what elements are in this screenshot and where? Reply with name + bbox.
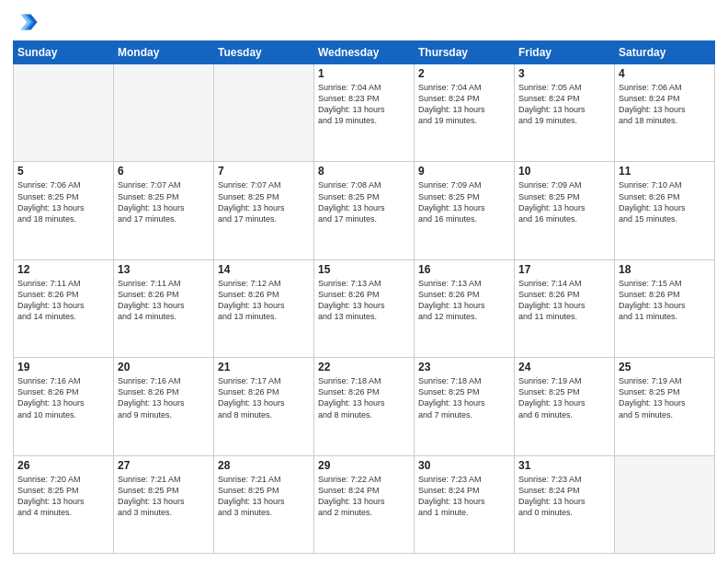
calendar-cell: 11Sunrise: 7:10 AM Sunset: 8:26 PM Dayli…: [615, 162, 715, 259]
calendar-table: SundayMondayTuesdayWednesdayThursdayFrid…: [13, 40, 715, 554]
day-info: Sunrise: 7:19 AM Sunset: 8:25 PM Dayligh…: [518, 375, 610, 420]
calendar-cell: 17Sunrise: 7:14 AM Sunset: 8:26 PM Dayli…: [515, 259, 615, 357]
column-header-wednesday: Wednesday: [314, 41, 415, 64]
calendar-cell: 23Sunrise: 7:18 AM Sunset: 8:25 PM Dayli…: [415, 358, 515, 455]
day-info: Sunrise: 7:18 AM Sunset: 8:26 PM Dayligh…: [318, 375, 410, 420]
calendar-cell: 28Sunrise: 7:21 AM Sunset: 8:25 PM Dayli…: [214, 455, 314, 553]
column-header-thursday: Thursday: [415, 41, 515, 64]
day-number: 31: [518, 459, 610, 472]
day-number: 10: [518, 165, 610, 178]
day-number: 20: [118, 361, 210, 373]
calendar-cell: 14Sunrise: 7:12 AM Sunset: 8:26 PM Dayli…: [214, 259, 314, 357]
calendar-cell: 10Sunrise: 7:09 AM Sunset: 8:25 PM Dayli…: [515, 162, 615, 259]
day-number: 7: [218, 165, 310, 178]
day-info: Sunrise: 7:21 AM Sunset: 8:25 PM Dayligh…: [218, 474, 310, 519]
day-number: 1: [318, 67, 410, 80]
calendar-cell: 27Sunrise: 7:21 AM Sunset: 8:25 PM Dayli…: [114, 455, 214, 553]
day-info: Sunrise: 7:14 AM Sunset: 8:26 PM Dayligh…: [518, 278, 610, 323]
day-number: 6: [118, 165, 210, 178]
day-info: Sunrise: 7:23 AM Sunset: 8:24 PM Dayligh…: [418, 474, 510, 519]
day-info: Sunrise: 7:11 AM Sunset: 8:26 PM Dayligh…: [118, 278, 210, 323]
column-header-tuesday: Tuesday: [214, 41, 314, 64]
day-number: 28: [218, 459, 310, 472]
day-number: 12: [17, 263, 109, 276]
calendar-cell: 7Sunrise: 7:07 AM Sunset: 8:25 PM Daylig…: [214, 162, 314, 259]
day-number: 22: [318, 361, 410, 373]
calendar-week-4: 19Sunrise: 7:16 AM Sunset: 8:26 PM Dayli…: [14, 358, 715, 455]
day-number: 3: [518, 67, 610, 80]
day-info: Sunrise: 7:06 AM Sunset: 8:24 PM Dayligh…: [619, 82, 711, 127]
calendar-cell: 13Sunrise: 7:11 AM Sunset: 8:26 PM Dayli…: [114, 259, 214, 357]
day-number: 23: [418, 361, 510, 373]
calendar-cell: 1Sunrise: 7:04 AM Sunset: 8:23 PM Daylig…: [314, 64, 415, 162]
calendar-cell: 3Sunrise: 7:05 AM Sunset: 8:24 PM Daylig…: [515, 64, 615, 162]
day-number: 27: [118, 459, 210, 472]
calendar-cell: 16Sunrise: 7:13 AM Sunset: 8:26 PM Dayli…: [415, 259, 515, 357]
day-number: 13: [118, 263, 210, 276]
day-info: Sunrise: 7:04 AM Sunset: 8:24 PM Dayligh…: [418, 82, 510, 127]
day-number: 30: [418, 459, 510, 472]
calendar-cell: 18Sunrise: 7:15 AM Sunset: 8:26 PM Dayli…: [615, 259, 715, 357]
day-number: 11: [619, 165, 711, 178]
day-info: Sunrise: 7:17 AM Sunset: 8:26 PM Dayligh…: [218, 375, 310, 420]
calendar-cell: 2Sunrise: 7:04 AM Sunset: 8:24 PM Daylig…: [415, 64, 515, 162]
calendar-cell: [14, 64, 114, 162]
day-number: 5: [17, 165, 109, 178]
calendar-cell: 20Sunrise: 7:16 AM Sunset: 8:26 PM Dayli…: [114, 358, 214, 455]
day-number: 21: [218, 361, 310, 373]
day-info: Sunrise: 7:06 AM Sunset: 8:25 PM Dayligh…: [17, 179, 109, 224]
day-number: 8: [318, 165, 410, 178]
calendar-cell: 31Sunrise: 7:23 AM Sunset: 8:24 PM Dayli…: [515, 455, 615, 553]
calendar-cell: 4Sunrise: 7:06 AM Sunset: 8:24 PM Daylig…: [615, 64, 715, 162]
calendar-header-row: SundayMondayTuesdayWednesdayThursdayFrid…: [14, 41, 715, 64]
day-info: Sunrise: 7:13 AM Sunset: 8:26 PM Dayligh…: [318, 278, 410, 323]
calendar-cell: [214, 64, 314, 162]
day-info: Sunrise: 7:07 AM Sunset: 8:25 PM Dayligh…: [118, 179, 210, 224]
day-number: 4: [619, 67, 711, 80]
calendar-week-1: 1Sunrise: 7:04 AM Sunset: 8:23 PM Daylig…: [14, 64, 715, 162]
day-info: Sunrise: 7:15 AM Sunset: 8:26 PM Dayligh…: [619, 278, 711, 323]
day-number: 29: [318, 459, 410, 472]
calendar-cell: 22Sunrise: 7:18 AM Sunset: 8:26 PM Dayli…: [314, 358, 415, 455]
logo: [13, 9, 40, 35]
calendar-cell: 15Sunrise: 7:13 AM Sunset: 8:26 PM Dayli…: [314, 259, 415, 357]
day-number: 17: [518, 263, 610, 276]
day-info: Sunrise: 7:20 AM Sunset: 8:25 PM Dayligh…: [17, 474, 109, 519]
day-info: Sunrise: 7:16 AM Sunset: 8:26 PM Dayligh…: [17, 375, 109, 420]
day-info: Sunrise: 7:09 AM Sunset: 8:25 PM Dayligh…: [518, 179, 610, 224]
day-info: Sunrise: 7:13 AM Sunset: 8:26 PM Dayligh…: [418, 278, 510, 323]
column-header-sunday: Sunday: [14, 41, 114, 64]
logo-icon: [13, 9, 39, 35]
day-info: Sunrise: 7:10 AM Sunset: 8:26 PM Dayligh…: [619, 179, 711, 224]
calendar-cell: 26Sunrise: 7:20 AM Sunset: 8:25 PM Dayli…: [14, 455, 114, 553]
calendar-cell: 30Sunrise: 7:23 AM Sunset: 8:24 PM Dayli…: [415, 455, 515, 553]
day-number: 24: [518, 361, 610, 373]
calendar-week-3: 12Sunrise: 7:11 AM Sunset: 8:26 PM Dayli…: [14, 259, 715, 357]
calendar-week-2: 5Sunrise: 7:06 AM Sunset: 8:25 PM Daylig…: [14, 162, 715, 259]
day-info: Sunrise: 7:08 AM Sunset: 8:25 PM Dayligh…: [318, 179, 410, 224]
day-number: 2: [418, 67, 510, 80]
day-number: 15: [318, 263, 410, 276]
day-info: Sunrise: 7:22 AM Sunset: 8:24 PM Dayligh…: [318, 474, 410, 519]
calendar-cell: 29Sunrise: 7:22 AM Sunset: 8:24 PM Dayli…: [314, 455, 415, 553]
day-info: Sunrise: 7:04 AM Sunset: 8:23 PM Dayligh…: [318, 82, 410, 127]
day-number: 16: [418, 263, 510, 276]
column-header-saturday: Saturday: [615, 41, 715, 64]
day-info: Sunrise: 7:07 AM Sunset: 8:25 PM Dayligh…: [218, 179, 310, 224]
calendar-cell: [615, 455, 715, 553]
day-number: 26: [17, 459, 109, 472]
page: SundayMondayTuesdayWednesdayThursdayFrid…: [0, 0, 728, 563]
column-header-monday: Monday: [114, 41, 214, 64]
calendar-cell: 19Sunrise: 7:16 AM Sunset: 8:26 PM Dayli…: [14, 358, 114, 455]
calendar-cell: 8Sunrise: 7:08 AM Sunset: 8:25 PM Daylig…: [314, 162, 415, 259]
day-info: Sunrise: 7:18 AM Sunset: 8:25 PM Dayligh…: [418, 375, 510, 420]
column-header-friday: Friday: [515, 41, 615, 64]
day-info: Sunrise: 7:11 AM Sunset: 8:26 PM Dayligh…: [17, 278, 109, 323]
day-number: 18: [619, 263, 711, 276]
header: [13, 9, 715, 35]
day-number: 9: [418, 165, 510, 178]
calendar-cell: [114, 64, 214, 162]
day-info: Sunrise: 7:12 AM Sunset: 8:26 PM Dayligh…: [218, 278, 310, 323]
day-info: Sunrise: 7:09 AM Sunset: 8:25 PM Dayligh…: [418, 179, 510, 224]
calendar-cell: 25Sunrise: 7:19 AM Sunset: 8:25 PM Dayli…: [615, 358, 715, 455]
